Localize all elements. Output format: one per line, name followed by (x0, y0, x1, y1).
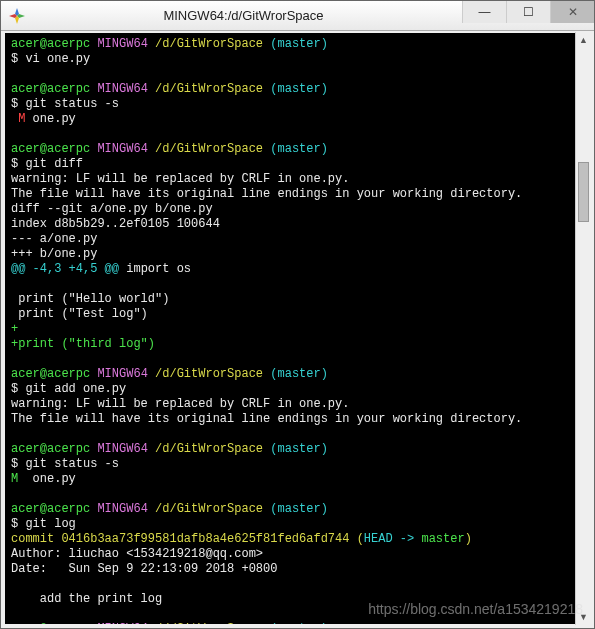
prompt-branch: (master) (270, 622, 328, 628)
prompt-user: acer@acerpc (11, 502, 90, 516)
commit-date: Date: Sun Sep 9 22:13:09 2018 +0800 (11, 562, 277, 576)
commit-msg: add the print log (11, 592, 162, 606)
prompt-host: MINGW64 (97, 442, 147, 456)
prompt-path: /d/GitWrorSpace (155, 37, 263, 51)
scrollbar[interactable]: ▲ ▼ (575, 32, 591, 625)
prompt-path: /d/GitWrorSpace (155, 622, 263, 628)
diff-hunk-ctx: import os (119, 262, 191, 276)
cmd-line: $ git log (11, 517, 76, 531)
prompt-branch: (master) (270, 37, 328, 51)
maximize-button[interactable]: ☐ (506, 1, 550, 23)
diff-hunk: @@ (11, 262, 33, 276)
terminal-window: MINGW64:/d/GitWrorSpace — ☐ ✕ acer@acerp… (0, 0, 595, 629)
window-title: MINGW64:/d/GitWrorSpace (25, 8, 462, 23)
diff-add: + (11, 322, 18, 336)
titlebar: MINGW64:/d/GitWrorSpace — ☐ ✕ (1, 1, 594, 31)
prompt-branch: (master) (270, 502, 328, 516)
scrollbar-thumb[interactable] (578, 162, 589, 222)
add-warn: warning: LF will be replaced by CRLF in … (11, 397, 349, 411)
window-controls: — ☐ ✕ (462, 1, 594, 30)
app-icon (9, 8, 25, 24)
prompt-user: acer@acerpc (11, 37, 90, 51)
cmd-line: $ git add one.py (11, 382, 126, 396)
add-warn: The file will have its original line end… (11, 412, 522, 426)
prompt-user: acer@acerpc (11, 82, 90, 96)
diff-warn: warning: LF will be replaced by CRLF in … (11, 172, 349, 186)
prompt-branch: (master) (270, 82, 328, 96)
status-flag: M (11, 112, 25, 126)
diff-ctx: print ("Test log") (11, 307, 148, 321)
branch-label: master (421, 532, 464, 546)
prompt-branch: (master) (270, 442, 328, 456)
diff-hunk: @@ (97, 262, 119, 276)
prompt-path: /d/GitWrorSpace (155, 367, 263, 381)
prompt-branch: (master) (270, 367, 328, 381)
status-file: one.py (25, 112, 75, 126)
diff-header: diff --git a/one.py b/one.py (11, 202, 213, 216)
scroll-up-arrow-icon[interactable]: ▲ (576, 32, 591, 48)
ref-close: ) (465, 532, 472, 546)
prompt-path: /d/GitWrorSpace (155, 442, 263, 456)
prompt-host: MINGW64 (97, 82, 147, 96)
prompt-user: acer@acerpc (11, 442, 90, 456)
prompt-host: MINGW64 (97, 367, 147, 381)
diff-minus-file: --- a/one.py (11, 232, 97, 246)
prompt-user: acer@acerpc (11, 142, 90, 156)
diff-warn: The file will have its original line end… (11, 187, 522, 201)
diff-add: +print ("third log") (11, 337, 155, 351)
close-button[interactable]: ✕ (550, 1, 594, 23)
prompt-user: acer@acerpc (11, 367, 90, 381)
prompt-user: acer@acerpc (11, 622, 90, 628)
prompt-host: MINGW64 (97, 142, 147, 156)
cmd-line: $ git status -s (11, 457, 119, 471)
diff-index: index d8b5b29..2ef0105 100644 (11, 217, 220, 231)
head-label: HEAD -> (364, 532, 422, 546)
diff-ctx: print ("Hello world") (11, 292, 169, 306)
commit-hash: commit 0416b3aa73f99581dafb8a4e625f81fed… (11, 532, 357, 546)
diff-hunk-range: -4,3 +4,5 (33, 262, 98, 276)
cmd-line: $ git diff (11, 157, 83, 171)
status-file: one.py (25, 472, 75, 486)
prompt-path: /d/GitWrorSpace (155, 502, 263, 516)
minimize-button[interactable]: — (462, 1, 506, 23)
status-flag: M (11, 472, 25, 486)
cmd-line: $ vi one.py (11, 52, 90, 66)
prompt-branch: (master) (270, 142, 328, 156)
prompt-path: /d/GitWrorSpace (155, 142, 263, 156)
cmd-line: $ git status -s (11, 97, 119, 111)
diff-plus-file: +++ b/one.py (11, 247, 97, 261)
commit-author: Author: liuchao <1534219218@qq.com> (11, 547, 263, 561)
ref-open: ( (357, 532, 364, 546)
prompt-host: MINGW64 (97, 502, 147, 516)
terminal-output[interactable]: acer@acerpc MINGW64 /d/GitWrorSpace (mas… (1, 31, 594, 628)
prompt-host: MINGW64 (97, 37, 147, 51)
prompt-host: MINGW64 (97, 622, 147, 628)
prompt-path: /d/GitWrorSpace (155, 82, 263, 96)
scroll-down-arrow-icon[interactable]: ▼ (576, 609, 591, 625)
